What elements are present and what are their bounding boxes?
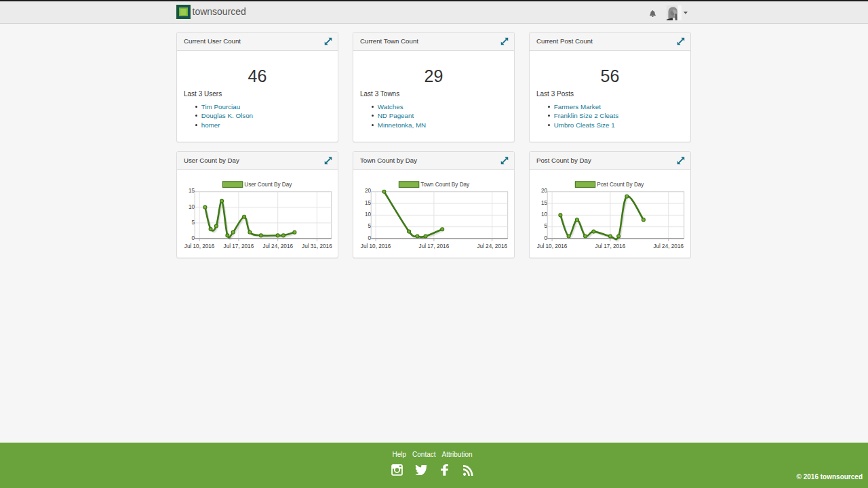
svg-text:Town Count By Day: Town Count By Day	[420, 181, 470, 187]
svg-text:0: 0	[544, 235, 547, 241]
svg-text:0: 0	[191, 235, 195, 241]
svg-text:Jul 31, 2016: Jul 31, 2016	[302, 243, 332, 249]
svg-text:10: 10	[365, 211, 372, 218]
svg-text:20: 20	[365, 188, 372, 194]
svg-text:Jul 10, 2016: Jul 10, 2016	[184, 243, 215, 249]
svg-text:Jul 17, 2016: Jul 17, 2016	[595, 243, 626, 249]
svg-text:Jul 17, 2016: Jul 17, 2016	[224, 243, 254, 249]
svg-text:15: 15	[541, 199, 548, 205]
svg-text:User Count By Day: User Count By Day	[244, 181, 292, 187]
svg-text:5: 5	[368, 223, 371, 229]
svg-text:5: 5	[544, 223, 547, 229]
svg-text:Jul 17, 2016: Jul 17, 2016	[419, 243, 450, 249]
svg-text:20: 20	[541, 188, 548, 194]
svg-text:10: 10	[189, 203, 195, 209]
svg-text:Post Count By Day: Post Count By Day	[597, 181, 644, 187]
svg-text:Jul 24, 2016: Jul 24, 2016	[477, 243, 507, 249]
svg-text:Jul 24, 2016: Jul 24, 2016	[653, 243, 684, 249]
svg-text:0: 0	[368, 235, 371, 241]
svg-text:5: 5	[191, 219, 195, 225]
svg-text:15: 15	[189, 188, 195, 194]
svg-text:10: 10	[541, 211, 548, 218]
svg-text:15: 15	[365, 199, 372, 205]
svg-text:Jul 10, 2016: Jul 10, 2016	[537, 243, 568, 249]
svg-text:Jul 10, 2016: Jul 10, 2016	[361, 243, 391, 249]
svg-text:Jul 24, 2016: Jul 24, 2016	[262, 243, 293, 249]
